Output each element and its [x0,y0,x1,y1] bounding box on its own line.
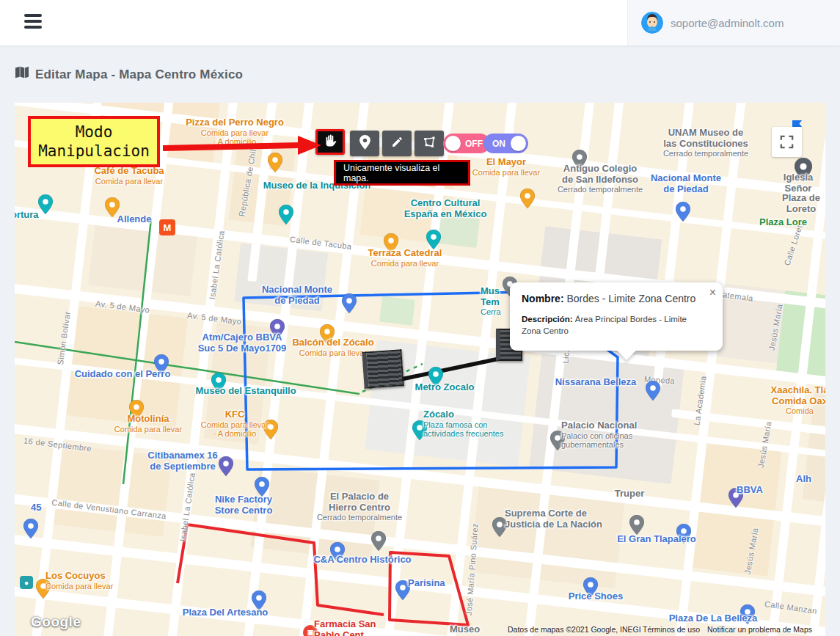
map-label[interactable]: KFCComida para llevar· A domicilio [117,409,352,438]
map-label[interactable]: El Gran Tlapalero [539,534,774,545]
off-toggle-label: OFF [465,139,483,149]
map-canvas[interactable]: Nombre: Bordes - Limite Zona Centro Desc… [15,103,825,636]
polygon-tool-button[interactable] [414,131,444,156]
google-watermark: Google [31,614,81,630]
map-pin-teal[interactable] [279,205,293,227]
map-label[interactable]: MusTemCerra [481,286,501,316]
map-label[interactable]: Nissarana Belleza [478,377,713,388]
pencil-icon [391,136,403,151]
map-label[interactable]: Plaza deLoreto [684,193,825,214]
map-icon [15,66,29,83]
map-label[interactable]: Centro CulturalEspaña en México [328,198,563,219]
close-icon[interactable]: × [709,287,716,299]
map-label[interactable]: 45 [31,502,41,513]
map-label[interactable]: Farmacia SanPablo Cent [314,619,376,636]
hand-tool-button[interactable] [315,129,345,155]
map-copyright: Datos de mapas ©2021 Google, INEGI [508,625,641,634]
map-info-window: Nombre: Bordes - Limite Zona Centro Desc… [510,282,723,351]
on-toggle[interactable]: ON [483,134,528,153]
map-pin-gray[interactable] [371,531,386,554]
info-description-row: Descripción: Área Principal Bordes - Lim… [522,314,696,337]
marker-icon [359,135,370,153]
polygon-icon [423,136,436,152]
user-email: soporte@adminolt.com [671,17,784,29]
tool-tooltip: Unicamente visualiza el mapa. [334,160,470,186]
map-label[interactable]: Xaachila. TlaComida OaxComida [682,385,825,415]
map-label[interactable]: Cuidado con el Perro [15,369,240,380]
map-pin-blue[interactable] [23,519,38,541]
map-label[interactable]: Museo [450,624,480,635]
map-pin-orange[interactable] [268,153,282,175]
map-label[interactable]: C&A Centro Histórico [245,555,480,566]
annotation-box: Modo Manipulacion [28,116,160,167]
hand-icon [324,134,337,150]
map-label[interactable]: ZócaloPlaza famosa conactividades frecue… [423,409,503,438]
map-label[interactable]: Allende [17,214,252,225]
fullscreen-icon [778,134,795,150]
map-label[interactable]: Truper [512,489,747,500]
map-label[interactable]: Terraza CatedralComida para llevar [288,248,522,268]
on-toggle-label: ON [492,139,505,149]
map-label[interactable]: Price Shoes [478,591,713,602]
map-label[interactable]: IglesiaSeñor [681,172,825,194]
map-label[interactable]: Los CocuyosComida para llevar [45,571,113,591]
map-label[interactable]: Palacio NacionalPalacio con oficinasgube… [561,420,637,449]
marker-tool-button[interactable] [350,131,379,156]
map-label[interactable]: Alh [796,474,811,485]
draw-tool-button[interactable] [382,131,412,156]
map-label[interactable]: Suprema Corte deJusticia de La Nación [505,508,602,530]
top-navbar: soporte@adminolt.com [0,0,840,45]
account-menu[interactable]: soporte@adminolt.com [627,0,840,45]
hamburger-menu-icon[interactable] [24,14,43,32]
fullscreen-button[interactable] [772,127,802,157]
street-label: Lic. [561,349,571,364]
transit-icon[interactable]: ● [20,576,33,589]
map-label[interactable]: El Palacio deHierro CentroCerrado tempor… [242,491,477,522]
map-label[interactable]: Parisina [408,578,445,589]
map-label[interactable]: Plaza De La Belleza [596,613,825,624]
map-label[interactable]: Balcón del ZócaloComida para llevar [216,337,450,357]
page-title: Editar Mapa - Mapa Centro México [15,66,243,83]
map-label[interactable]: BBVA [737,485,763,496]
map-label[interactable]: Plaza Del Artesano [108,607,343,618]
olt-device-image[interactable] [362,349,403,389]
user-avatar [641,12,663,34]
map-label[interactable]: Plaza Lore [759,217,807,228]
terms-link[interactable]: Términos de uso [643,625,700,634]
report-problem-link[interactable]: Notificar un problema de Maps [707,625,812,634]
map-label[interactable]: Citibanamex 16de Septiembre [65,450,300,472]
map-label[interactable]: Nacional Montede Piedad [180,285,414,306]
info-name-row: Nombre: Bordes - Limite Zona Centro [522,293,704,304]
